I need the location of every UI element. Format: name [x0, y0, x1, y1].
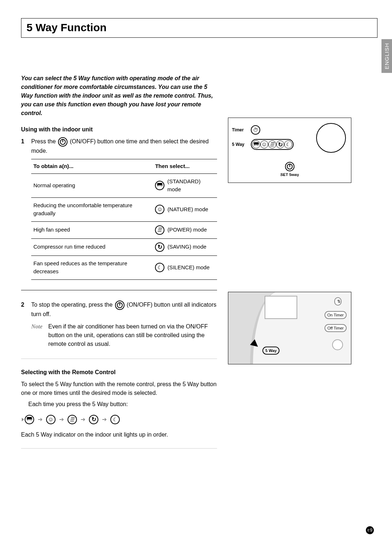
step-1: 1 Press the (ON/OFF) button one time and…	[21, 137, 217, 280]
power-mode-icon	[155, 225, 164, 235]
page-title-box: 5 Way Function	[21, 18, 377, 38]
remote-p1: To select the 5 Way function with the re…	[21, 380, 217, 397]
mode-table: To obtain a(n)... Then select... Normal …	[31, 159, 217, 280]
set-5way-button: SET 5way	[280, 162, 299, 177]
power-icon	[58, 137, 68, 147]
table-row: Normal operating STD(STANDARD) mode	[31, 173, 217, 197]
remote-screen	[265, 296, 297, 319]
standard-icon: STD	[25, 415, 34, 424]
step1-text-a: Press the	[31, 138, 56, 144]
arrow-icon: ➔	[38, 416, 42, 423]
obtain-cell: Reducing the uncomfortable temperature g…	[31, 197, 153, 221]
arrow-icon: ➔	[81, 416, 85, 423]
table-row: Compressor run time reduced (SAVING) mod…	[31, 238, 217, 255]
divider-light	[21, 448, 217, 449]
remote-p2: Each time you press the 5 Way button:	[28, 401, 217, 408]
obtain-cell: Compressor run time reduced	[31, 238, 153, 255]
obtain-cell: Fan speed reduces as the temperature dec…	[31, 255, 153, 279]
silence-icon	[284, 140, 292, 148]
nature-icon	[46, 415, 56, 424]
step-1-body: Press the (ON/OFF) button one time and t…	[31, 137, 217, 280]
set-cancel-button	[332, 339, 343, 350]
saving-icon	[276, 140, 284, 148]
note-label: Note	[31, 322, 42, 348]
set-5way-label: SET 5way	[280, 173, 299, 177]
select-label: (POWER) mode	[167, 226, 207, 234]
select-cell: (POWER) mode	[155, 225, 215, 235]
step2-text-a: To stop the operating, press the	[31, 302, 113, 308]
power-mode-icon	[68, 415, 77, 424]
select-label: (SAVING) mode	[167, 243, 206, 251]
off-timer-button: Off Timer	[324, 324, 347, 332]
select-label: (SILENCE) mode	[167, 263, 209, 272]
intro-paragraph: You can select the 5 Way function with o…	[21, 74, 217, 118]
timer-button-icon: ⏱	[251, 125, 260, 135]
step-2: 2 To stop the operating, press the (ON/O…	[21, 300, 217, 348]
saving-icon	[155, 242, 164, 252]
right-column: Timer ⏱ 5 Way STD SET 5way ⇅	[228, 74, 377, 459]
step-2-body: To stop the operating, press the (ON/OFF…	[31, 300, 217, 348]
on-timer-button: On Timer	[324, 311, 347, 319]
step-number: 2	[21, 300, 25, 348]
indoor-heading: Using with the indoor unit	[21, 126, 217, 133]
remote-p3: Each 5 Way indicator on the indoor unit …	[21, 432, 217, 438]
note-text: Even if the air conditioner has been tur…	[48, 322, 217, 348]
content-area: You can select the 5 Way function with o…	[21, 74, 377, 459]
display-circle	[316, 123, 346, 153]
divider	[21, 290, 217, 290]
table-row: Fan speed reduces as the temperature dec…	[31, 255, 217, 279]
left-column: You can select the 5 Way function with o…	[21, 74, 217, 459]
language-tab: ENGLISH	[381, 39, 392, 73]
fiveway-label: 5 Way	[232, 142, 247, 147]
nature-icon	[155, 205, 164, 214]
obtain-cell: High fan speed	[31, 221, 153, 238]
mode-sequence: STD ➔ ➔ ➔ ➔	[21, 413, 217, 426]
table-row: Reducing the uncomfortable temperature g…	[31, 197, 217, 221]
page-title: 5 Way Function	[26, 21, 372, 34]
power-icon	[115, 300, 124, 310]
remote-control-illustration: ⇅ On Timer Off Timer 5 Way	[228, 292, 351, 364]
timer-label: Timer	[232, 127, 247, 132]
page-prefix: E	[367, 528, 369, 532]
page-number-badge: E9	[366, 526, 374, 534]
swing-button: ⇅	[334, 297, 342, 306]
indoor-unit-panel-illustration: Timer ⏱ 5 Way STD SET 5way	[228, 118, 351, 183]
fiveway-button-cluster: STD	[251, 139, 294, 150]
select-cell: (NATURE) mode	[155, 205, 215, 214]
remote-heading: Selecting with the Remote Control	[21, 369, 217, 376]
select-cell: (SAVING) mode	[155, 242, 215, 252]
nature-icon	[260, 140, 268, 148]
divider-light	[21, 359, 217, 359]
silence-icon	[110, 415, 120, 424]
standard-icon: STD	[252, 140, 260, 148]
fiveway-button: 5 Way	[262, 347, 279, 355]
select-label: (STANDARD) mode	[167, 177, 215, 194]
standard-icon: STD	[155, 181, 164, 190]
arrow-icon: ➔	[59, 416, 64, 423]
note-row: Note Even if the air conditioner has bee…	[31, 322, 217, 348]
select-label: (NATURE) mode	[167, 205, 208, 214]
saving-icon	[89, 415, 98, 424]
th-select: Then select...	[153, 159, 217, 174]
th-obtain: To obtain a(n)...	[31, 159, 153, 174]
step-number: 1	[21, 137, 25, 280]
power-icon	[285, 162, 294, 171]
silence-icon	[155, 263, 164, 272]
page-num: 9	[370, 528, 372, 533]
select-cell: STD(STANDARD) mode	[155, 177, 215, 194]
power-mode-icon	[268, 140, 276, 148]
obtain-cell: Normal operating	[31, 173, 153, 197]
select-cell: (SILENCE) mode	[155, 263, 215, 272]
arrow-icon: ➔	[102, 416, 107, 423]
table-row: High fan speed (POWER) mode	[31, 221, 217, 238]
